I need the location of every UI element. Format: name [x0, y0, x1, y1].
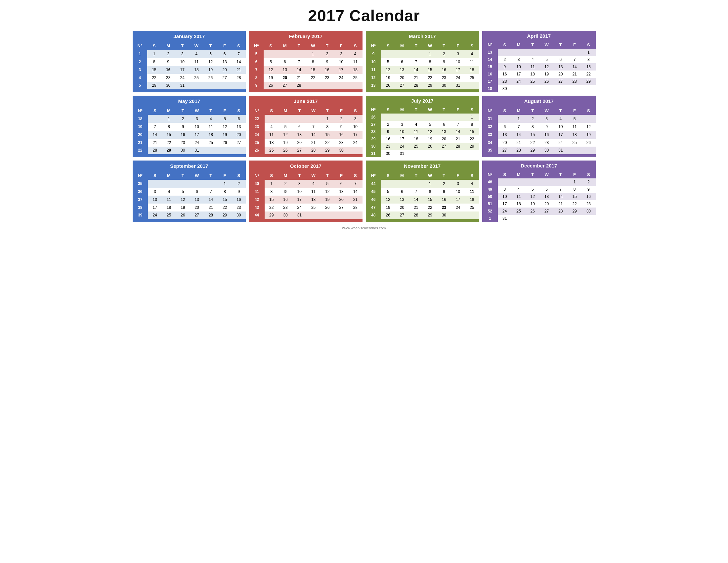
day-cell: [568, 215, 581, 222]
day-cell: 11: [306, 188, 320, 195]
week-number: 50: [482, 193, 498, 200]
footer-link[interactable]: www.wheniscalendars.com: [342, 226, 386, 230]
day-cell: 5: [176, 188, 190, 195]
day-cell: 9: [581, 186, 595, 193]
day-header-s: S: [498, 107, 512, 115]
day-cell: 22: [581, 70, 595, 78]
day-cell: [554, 215, 568, 222]
day-header-s: S: [381, 172, 395, 180]
day-cell: 9: [437, 58, 451, 66]
day-cell: 16: [278, 195, 292, 203]
day-cell: [162, 180, 176, 188]
week-number: 52: [482, 207, 498, 215]
day-cell: [218, 89, 232, 92]
day-cell: 6: [498, 123, 512, 131]
day-cell: [321, 219, 334, 222]
day-cell: 9: [437, 188, 451, 195]
day-cell: 4: [265, 123, 278, 131]
day-header-s: S: [232, 42, 246, 50]
day-header-f: F: [568, 41, 581, 49]
week-number: 26: [366, 113, 381, 121]
week-number: [133, 89, 147, 92]
day-cell: 26: [203, 74, 218, 82]
day-header-w: W: [306, 172, 320, 180]
day-cell: 3: [512, 56, 526, 63]
day-cell: [147, 89, 161, 92]
week-number: 17: [482, 78, 498, 85]
day-cell: [278, 50, 292, 58]
day-header-s: S: [264, 42, 278, 50]
day-cell: [437, 219, 451, 222]
day-cell: [423, 89, 437, 92]
page-title: 2017 Calendar: [308, 7, 420, 25]
day-cell: 1: [218, 180, 232, 188]
week-number: 24: [249, 131, 265, 139]
day-cell: 26: [381, 211, 395, 219]
day-cell: 19: [321, 195, 334, 203]
day-cell: 13: [232, 123, 246, 131]
day-cell: 17: [148, 203, 162, 211]
day-cell: 9: [161, 58, 175, 66]
day-cell: 15: [306, 66, 320, 74]
day-cell: 26: [423, 143, 437, 150]
day-cell: 22: [568, 200, 581, 207]
day-cell: 27: [395, 82, 409, 90]
day-cell: 23: [232, 203, 246, 211]
day-cell: 5: [526, 186, 539, 193]
day-cell: 2: [498, 56, 512, 63]
day-cell: [306, 89, 320, 92]
day-cell: [526, 85, 539, 92]
day-cell: 8: [423, 188, 437, 195]
day-cell: 16: [176, 131, 190, 139]
day-cell: 12: [278, 131, 292, 139]
month-table-august2017: August 2017NºSMTWTFS31123453267891011123…: [482, 96, 596, 157]
day-cell: 16: [161, 66, 175, 74]
day-header-w: W: [539, 41, 553, 49]
week-num-header: Nº: [133, 172, 148, 180]
day-cell: [265, 154, 278, 157]
week-number: [133, 219, 148, 222]
month-table-october2017: October 2017NºSMTWTFS4012345674189101112…: [249, 160, 363, 222]
day-cell: 5: [381, 58, 395, 66]
day-cell: [451, 219, 465, 222]
day-cell: 28: [451, 143, 465, 150]
day-cell: 15: [423, 195, 437, 203]
day-header-f: F: [218, 172, 232, 180]
day-cell: [581, 115, 595, 123]
day-cell: [334, 89, 348, 92]
day-cell: [162, 219, 176, 222]
day-cell: 23: [498, 78, 512, 85]
day-header-s: S: [232, 107, 246, 115]
week-number: 8: [249, 74, 264, 82]
day-cell: 30: [539, 147, 553, 154]
day-cell: [148, 115, 162, 123]
week-number: 35: [482, 147, 498, 154]
day-cell: [451, 150, 465, 157]
day-cell: [278, 115, 292, 123]
day-cell: 9: [334, 123, 348, 131]
day-cell: 18: [568, 131, 581, 139]
day-cell: 27: [334, 203, 348, 211]
week-number: 3: [133, 66, 147, 74]
day-header-s: S: [465, 172, 479, 180]
day-cell: 16: [381, 135, 395, 143]
day-cell: 15: [147, 66, 161, 74]
day-cell: 3: [395, 121, 409, 128]
day-cell: 15: [162, 131, 176, 139]
week-number: 1: [482, 215, 498, 222]
day-cell: 10: [190, 123, 204, 131]
day-header-f: F: [568, 107, 581, 115]
day-cell: 14: [409, 66, 423, 74]
day-cell: 20: [554, 70, 568, 78]
week-number: 26: [249, 147, 265, 154]
day-cell: 21: [232, 66, 246, 74]
day-cell: 9: [320, 58, 334, 66]
day-cell: 8: [581, 56, 595, 63]
day-cell: 8: [218, 188, 232, 195]
day-cell: 6: [395, 58, 409, 66]
month-table-january2017: January 2017NºSMTWTFS1123456728910111213…: [133, 31, 246, 92]
day-header-w: W: [190, 42, 204, 50]
week-number: 13: [366, 82, 381, 90]
week-number: 18: [482, 85, 498, 92]
day-cell: 14: [409, 195, 423, 203]
